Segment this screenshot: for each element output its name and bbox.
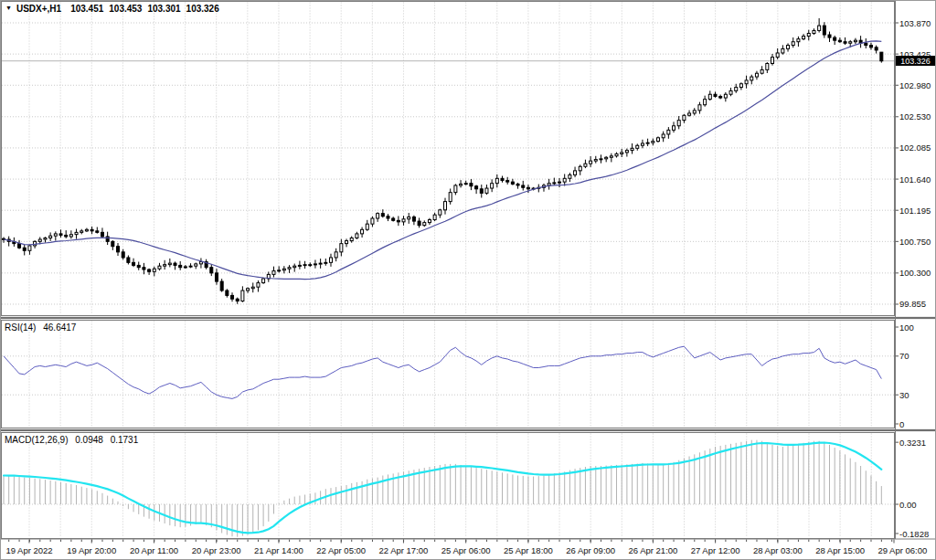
candle-body [615,153,618,155]
candle-body [377,214,379,218]
candle-body [656,138,659,142]
time-tick-label: 29 Apr 06:00 [878,545,927,555]
candle-body [127,258,130,262]
candle-body [122,252,124,258]
candle-body [652,142,654,143]
candle-body [148,269,151,271]
candle-body [869,46,872,48]
candle-body [366,224,368,229]
rsi-value: 46.6417 [43,322,76,333]
candle-body [231,295,234,299]
candle-body [69,235,72,237]
candle-body [272,271,275,275]
time-tick-label: 19 Apr 20:00 [67,545,116,555]
candle-body [133,262,135,265]
rsi-indicator-header: RSI(14) 46.6417 [5,322,80,333]
candle-body [44,238,47,239]
candle-body [803,37,805,39]
candle-body [80,231,83,233]
candle-body [677,121,680,126]
candle-body [158,266,161,269]
rsi-tick-label: 30 [899,390,909,400]
candle-body [340,244,343,252]
candle-body [423,223,426,226]
candle-body [257,283,260,288]
candle-body [875,48,878,50]
macd-tick-label: -0.1828 [899,529,929,539]
candle-body [787,46,790,49]
candle-body [298,265,301,266]
candle-body [350,238,353,240]
candle-body [683,115,686,120]
candle-body [346,241,348,244]
candle-body [714,94,717,96]
candle-body [662,134,665,138]
candle-body [797,39,800,42]
price-tick-label: 102.085 [899,143,931,153]
macd-main-value: 0.0948 [75,435,103,445]
candle-body [579,166,581,171]
candle-body [319,263,322,264]
candle-body [688,113,691,115]
candle-body [522,185,525,187]
candle-body [34,241,37,246]
candle-body [195,264,197,266]
candle-body [23,248,26,250]
candle-body [495,178,498,183]
time-tick-label: 19 Apr 2022 [5,545,52,555]
candle-body [854,40,856,42]
time-tick-label: 27 Apr 12:00 [691,545,740,555]
rsi-tick-label: 0 [899,419,904,429]
candle-body [470,184,473,186]
candle-body [766,63,769,69]
candle-body [563,178,566,182]
candle-body [215,273,218,281]
candle-body [735,88,738,91]
chart-canvas[interactable]: 103.870103.425102.980102.530102.085101.6… [0,0,936,560]
candle-body [38,239,41,241]
candle-body [101,232,103,237]
candle-body [106,237,109,241]
candle-body [282,269,285,270]
candle-body [293,266,296,268]
candle-body [823,26,825,35]
time-tick-label: 20 Apr 11:00 [130,545,178,555]
candle-body [392,218,395,220]
candle-body [381,214,384,217]
time-tick-label: 25 Apr 18:00 [504,545,553,555]
time-tick-label: 26 Apr 21:00 [628,545,677,555]
candle-body [335,252,337,258]
symbol-dropdown-icon[interactable]: ▼ [5,5,12,11]
candle-body [189,266,192,267]
candle-body [548,184,550,185]
candle-body [59,234,62,236]
candle-body [247,289,250,291]
candle-body [501,178,504,180]
candle-body [485,188,488,193]
candle-body [49,236,52,238]
candle-body [755,73,758,77]
candle-body [792,42,794,46]
candle-body [610,156,612,158]
candle-body [397,220,399,222]
candle-body [739,84,742,88]
candle-body [708,94,711,99]
candle-body [475,186,478,189]
rsi-label: RSI(14) [5,322,36,333]
candle-body [480,189,483,194]
time-tick-label: 22 Apr 05:00 [316,545,366,555]
candle-body [90,229,93,231]
candle-body [776,53,779,58]
ohlc-low: 103.301 [147,4,180,14]
candle-body [143,268,145,269]
time-tick-label: 28 Apr 03:00 [753,545,803,555]
candle-body [226,291,229,295]
macd-label: MACD(12,26,9) [5,435,68,445]
candle-body [724,94,727,98]
ohlc-open: 103.451 [70,4,103,14]
candle-body [117,247,120,252]
candle-body [412,217,415,221]
candle-body [807,34,810,37]
macd-tick-label: 0.3231 [899,438,926,448]
candle-body [511,182,514,184]
